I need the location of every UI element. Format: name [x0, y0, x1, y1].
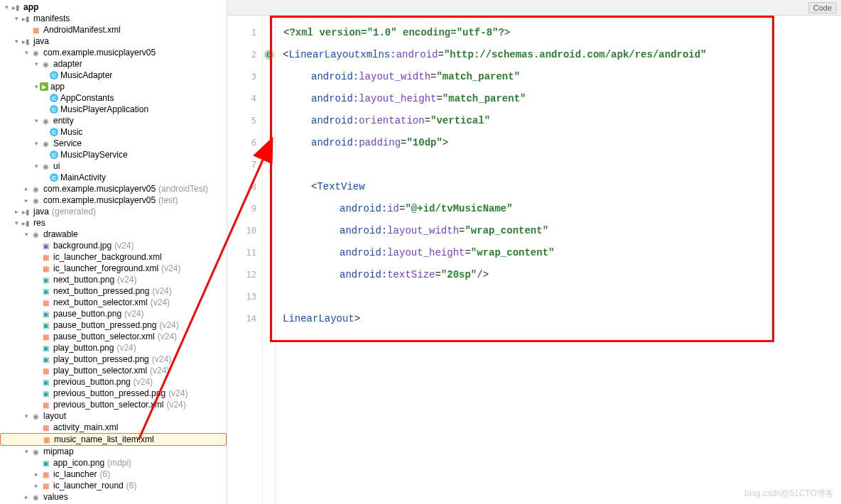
tree-item[interactable]: ▣pause_button_pressed.png(v24)	[0, 319, 227, 331]
tree-item[interactable]: ▾◉ui	[0, 160, 227, 172]
tree-item[interactable]: CMusicAdapter	[0, 70, 227, 81]
tree-item[interactable]: ▾▸▮manifests	[0, 13, 227, 24]
tree-item[interactable]: CMusic	[0, 126, 227, 138]
tree-item[interactable]: ▾◉entity	[0, 115, 227, 126]
tree-item[interactable]: CAppConstants	[0, 92, 227, 104]
expander-icon[interactable]: ▾	[23, 49, 30, 56]
expander-icon[interactable]: ▾	[13, 15, 20, 22]
package-icon: ◉	[30, 184, 41, 194]
expander-icon[interactable]: ▾	[33, 117, 40, 124]
code-line[interactable]: android:padding="10dp">	[276, 131, 841, 153]
code-line[interactable]: <LinearLayout xmlns:android="http://sche…	[276, 43, 841, 65]
tree-item[interactable]: ▾◉com.example.musicplayerv05	[0, 47, 227, 58]
tree-item[interactable]: ▾▸▮res	[0, 217, 227, 229]
code-tab-button[interactable]: Code	[808, 2, 837, 13]
line-number: 2	[227, 43, 262, 65]
tree-item-label: adapter	[53, 59, 82, 69]
expander-icon[interactable]: ▸	[33, 482, 40, 489]
expander-icon[interactable]: ▸	[23, 493, 30, 500]
image-icon: ▣	[40, 354, 51, 364]
tree-item[interactable]: ▾◉Service	[0, 138, 227, 149]
tree-item[interactable]: ▸▦ic_launcher_round(6)	[0, 480, 227, 491]
code-line[interactable]: android:layout_width="match_parent"	[276, 65, 841, 87]
expander-icon[interactable]: ▾	[33, 163, 40, 170]
code-line[interactable]: android:layout_height="wrap_content"	[276, 241, 841, 263]
image-icon: ▣	[40, 343, 51, 353]
expander-icon[interactable]: ▾	[33, 140, 40, 147]
tree-item[interactable]: ▸◉com.example.musicplayerv05(androidTest…	[0, 183, 227, 195]
tree-item[interactable]: ▦next_button_selector.xml(v24)	[0, 297, 227, 308]
tree-item[interactable]: ▦pause_button_selector.xml(v24)	[0, 331, 227, 342]
tree-item[interactable]: ▸◉values	[0, 491, 227, 503]
tree-item[interactable]: ▾▸▮java	[0, 35, 227, 47]
tree-item[interactable]: ▣app_icon.png(mdpi)	[0, 457, 227, 469]
expander-icon[interactable]: ▾	[13, 219, 20, 226]
code-line[interactable]: android:layout_height="match_parent"	[276, 87, 841, 109]
expander-icon[interactable]: ▾	[3, 4, 10, 11]
expander-icon[interactable]: ▾	[23, 231, 30, 238]
tree-item-hint: (androidTest)	[158, 184, 208, 194]
expander-icon[interactable]: ▾	[13, 38, 20, 45]
expander-icon[interactable]: ▸	[33, 471, 40, 478]
tree-item[interactable]: ▣pause_button.png(v24)	[0, 308, 227, 319]
expander-icon[interactable]: ▾	[33, 83, 40, 90]
tree-item[interactable]: ▾◉drawable	[0, 229, 227, 240]
code-line[interactable]: android:orientation="vertical"	[276, 109, 841, 131]
tree-item[interactable]: ▣previous_button.png(v24)	[0, 376, 227, 388]
tree-item[interactable]: ▣background.jpg(v24)	[0, 240, 227, 251]
image-icon: ▣	[40, 241, 51, 251]
image-icon: ▣	[40, 388, 51, 398]
expander-icon[interactable]: ▸	[23, 185, 30, 192]
expander-icon[interactable]: ▾	[33, 60, 40, 67]
code-pane[interactable]: <?xml version="1.0" encoding="utf-8"?><L…	[276, 16, 841, 504]
tree-item[interactable]: CMusicPlayService	[0, 149, 227, 160]
code-line[interactable]: android:id="@+id/tvMusicName"	[276, 197, 841, 219]
tree-item[interactable]: ▸▸▮java(generated)	[0, 206, 227, 217]
expander-icon[interactable]: ▾	[23, 412, 30, 420]
tree-item-label: pause_button_pressed.png	[53, 320, 156, 330]
tree-item[interactable]: ▸◉com.example.musicplayerv05(test)	[0, 195, 227, 206]
tree-item[interactable]: ▾◉mipmap	[0, 446, 227, 457]
code-line[interactable]: <TextView	[276, 175, 841, 197]
class-icon: C	[50, 150, 58, 159]
tree-item[interactable]: ▣next_button_pressed.png(v24)	[0, 285, 227, 297]
tree-item[interactable]: ▣previous_button_pressed.png(v24)	[0, 388, 227, 399]
tree-item[interactable]: ▾▸▮app	[0, 1, 227, 13]
tree-item-label: mipmap	[43, 447, 74, 456]
tree-item[interactable]: ▦activity_main.xml	[0, 422, 227, 433]
tree-item[interactable]: ▾▶app	[0, 81, 227, 92]
code-line[interactable]: android:layout_width="wrap_content"	[276, 219, 841, 241]
tree-item[interactable]: ▸▦ic_launcher(6)	[0, 469, 227, 480]
tree-item[interactable]: ▦ic_launcher_foreground.xml(v24)	[0, 263, 227, 274]
expander-icon[interactable]: ▾	[23, 448, 30, 455]
tree-item[interactable]: CMainActivity	[0, 172, 227, 183]
code-line[interactable]	[276, 285, 841, 307]
tree-item[interactable]: ▣next_button.png(v24)	[0, 274, 227, 285]
tree-item[interactable]: ▾◉layout	[0, 410, 227, 422]
tree-item-hint: (v24)	[168, 388, 188, 398]
tree-item[interactable]: CMusicPlayerApplication	[0, 104, 227, 115]
tree-item[interactable]: ▦previous_button_selector.xml(v24)	[0, 399, 227, 410]
code-line[interactable]: LinearLayout>	[276, 307, 841, 329]
tree-item[interactable]: ▦music_name_list_item.xml	[0, 433, 227, 446]
expander-icon[interactable]: ▸	[13, 208, 20, 215]
package-icon: ◉	[30, 447, 41, 456]
tree-item[interactable]: ▦AndroidManifest.xml	[0, 24, 227, 35]
gutter-cell	[263, 263, 275, 285]
tree-item[interactable]: ▣play_button.png(v24)	[0, 342, 227, 354]
tree-item-label: res	[33, 218, 45, 228]
tree-item-label: com.example.musicplayerv05	[43, 195, 156, 205]
code-line[interactable]: android:textSize="20sp"/>	[276, 263, 841, 285]
tree-item[interactable]: ▾◉adapter	[0, 58, 227, 70]
code-line[interactable]: <?xml version="1.0" encoding="utf-8"?>	[276, 21, 841, 43]
image-icon: ▣	[40, 309, 51, 319]
tree-item-hint: (v24)	[124, 309, 143, 319]
tree-item[interactable]: ▦ic_launcher_background.xml	[0, 251, 227, 263]
tree-item-label: Service	[53, 138, 82, 148]
tree-item[interactable]: ▦play_button_selector.xml(v24)	[0, 365, 227, 376]
tree-item[interactable]: ▣play_button_pressed.png(v24)	[0, 354, 227, 365]
project-tree[interactable]: ▾▸▮app▾▸▮manifests▦AndroidManifest.xml▾▸…	[0, 0, 227, 504]
expander-icon[interactable]: ▸	[23, 197, 30, 204]
code-line[interactable]	[276, 153, 841, 175]
line-number: 6	[227, 131, 262, 153]
